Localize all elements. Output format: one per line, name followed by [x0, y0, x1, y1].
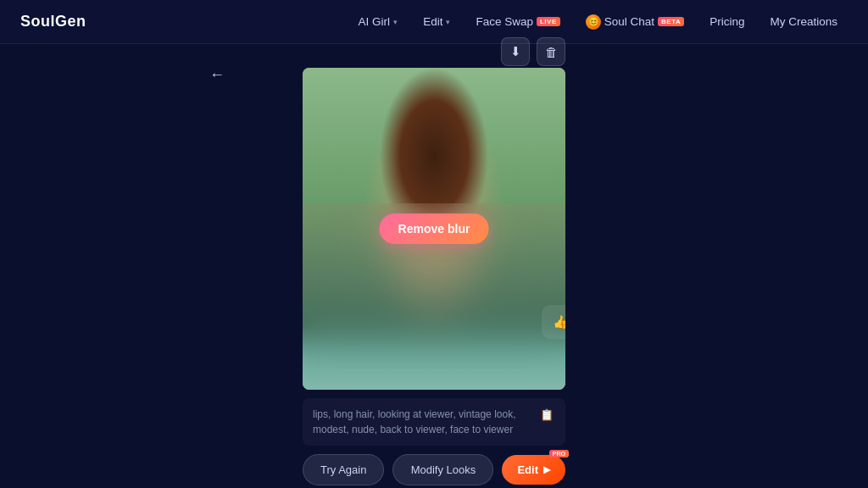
nav-label-ai-girl: AI Girl: [359, 15, 391, 28]
nav-items: AI Girl ▾ Edit ▾ Face Swap LIVE 😊 Soul C…: [348, 9, 848, 35]
feedback-buttons: 👍 👎: [542, 305, 565, 339]
try-again-button[interactable]: Try Again: [303, 454, 384, 485]
delete-icon: 🗑: [545, 45, 558, 59]
chevron-down-icon: ▾: [446, 18, 450, 26]
content-wrapper: ⬇ 🗑 Remove blur 👍 👎: [303, 64, 565, 485]
nav-label-edit: Edit: [423, 15, 442, 28]
nav-item-my-creations[interactable]: My Creations: [760, 10, 848, 33]
nav-item-soul-chat[interactable]: 😊 Soul Chat BETA: [576, 9, 694, 35]
thumbs-up-icon: 👍: [553, 314, 566, 330]
download-button[interactable]: ⬇: [501, 37, 530, 66]
generated-image: Remove blur 👍 👎: [303, 68, 565, 390]
bottom-actions: Try Again Modify Looks Edit ▶ PRO: [303, 454, 565, 485]
card-actions-top: ⬇ 🗑: [501, 37, 565, 66]
edit-button[interactable]: Edit ▶: [502, 455, 565, 485]
nav-label-my-creations: My Creations: [770, 15, 837, 28]
nav-label-pricing: Pricing: [709, 15, 744, 28]
caption-text: lips, long hair, looking at viewer, vint…: [313, 407, 531, 437]
back-arrow-icon: ←: [209, 66, 225, 84]
nav-item-edit[interactable]: Edit ▾: [413, 10, 460, 33]
edit-pro-badge: PRO: [549, 450, 569, 458]
soul-chat-icon: 😊: [586, 14, 601, 30]
chevron-down-icon: ▾: [393, 18, 398, 26]
nav-item-pricing[interactable]: Pricing: [699, 10, 754, 33]
nav-item-ai-girl[interactable]: AI Girl ▾: [348, 10, 409, 33]
navbar: SoulGen AI Girl ▾ Edit ▾ Face Swap LIVE …: [0, 0, 868, 44]
modify-looks-button[interactable]: Modify Looks: [392, 454, 493, 485]
download-icon: ⬇: [510, 44, 521, 59]
logo: SoulGen: [20, 13, 86, 30]
edit-button-wrapper: Edit ▶ PRO: [502, 455, 565, 485]
caption-area: lips, long hair, looking at viewer, vint…: [303, 398, 565, 446]
delete-button[interactable]: 🗑: [537, 37, 565, 66]
main-content: ← ⬇ 🗑 Remove blur: [0, 44, 868, 488]
beta-badge: BETA: [658, 17, 684, 26]
live-badge: LIVE: [537, 17, 560, 26]
edit-arrow-icon: ▶: [543, 464, 550, 475]
nav-item-face-swap[interactable]: Face Swap LIVE: [465, 10, 570, 33]
back-button[interactable]: ←: [203, 61, 231, 88]
remove-blur-button[interactable]: Remove blur: [380, 214, 489, 244]
edit-label: Edit: [517, 463, 538, 476]
nav-label-soul-chat: Soul Chat: [604, 15, 654, 28]
nav-label-face-swap: Face Swap: [476, 15, 533, 28]
copy-button[interactable]: 📋: [538, 407, 555, 423]
image-card: ⬇ 🗑 Remove blur 👍 👎: [303, 68, 565, 485]
thumbs-up-button[interactable]: 👍: [548, 310, 565, 334]
